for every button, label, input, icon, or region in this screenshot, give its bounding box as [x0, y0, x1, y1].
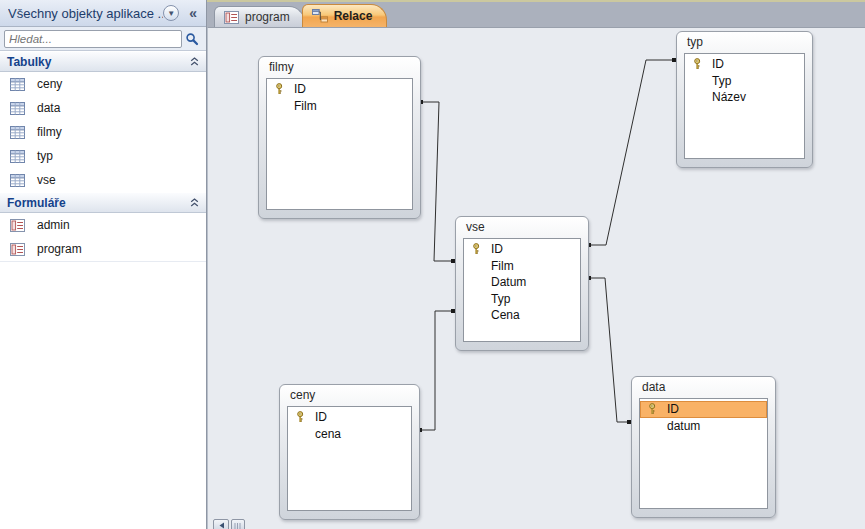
sidebar-item-label: data [37, 101, 60, 115]
chevrons-up-icon[interactable] [190, 198, 199, 207]
sidebar-item-vse[interactable]: vse [0, 168, 206, 192]
field-row-id-selected[interactable]: ID [640, 401, 767, 418]
field-row-typ[interactable]: Typ [685, 73, 804, 90]
field-row-cena[interactable]: Cena [464, 307, 580, 324]
field-name: ID [491, 242, 503, 256]
field-list: ID datum [639, 398, 768, 509]
tab-program[interactable]: program [214, 6, 305, 27]
sidebar-item-filmy[interactable]: filmy [0, 120, 206, 144]
key-icon [273, 83, 286, 95]
nav-pane-title: Všechny objekty aplikace ... [8, 6, 163, 21]
field-list: ID Typ Název [684, 53, 805, 159]
relationships-canvas[interactable]: filmy ID Film typ [207, 27, 865, 529]
field-row-id[interactable]: ID [464, 241, 580, 258]
table-icon [10, 174, 25, 187]
sidebar-item-typ[interactable]: typ [0, 144, 206, 168]
field-row-typ[interactable]: Typ [464, 291, 580, 308]
field-row-id[interactable]: ID [267, 81, 412, 98]
search-bar [0, 27, 206, 51]
table-box-ceny[interactable]: ceny ID cena [279, 384, 420, 520]
table-box-title[interactable]: ceny [280, 385, 419, 404]
sidebar-item-label: filmy [37, 125, 62, 139]
horizontal-scrollbar[interactable] [213, 519, 245, 529]
tab-label: Relace [334, 9, 373, 23]
relationship-line-vse-data [589, 278, 631, 422]
group-label: Formuláře [7, 196, 190, 210]
field-name: ID [712, 57, 724, 71]
form-icon [10, 243, 25, 256]
table-box-data[interactable]: data ID datum [631, 376, 776, 518]
group-header-tabulky[interactable]: Tabulky [0, 51, 206, 72]
nav-pane-header[interactable]: Všechny objekty aplikace ... ▼ « [0, 0, 206, 27]
field-name: Datum [491, 275, 526, 289]
access-window: Všechny objekty aplikace ... ▼ « Tabulky [0, 0, 865, 529]
relationship-line-filmy-vse [421, 102, 455, 261]
collapse-pane-button[interactable]: « [185, 5, 201, 21]
field-row-id[interactable]: ID [288, 409, 411, 426]
scroll-left-button[interactable] [213, 519, 229, 529]
field-name: Film [294, 99, 317, 113]
field-name: cena [315, 427, 341, 441]
field-row-film[interactable]: Film [267, 98, 412, 115]
chevrons-up-icon[interactable] [190, 57, 199, 66]
sidebar-item-admin[interactable]: admin [0, 213, 206, 237]
table-box-filmy[interactable]: filmy ID Film [258, 56, 421, 219]
relationship-line-ceny-vse [420, 311, 455, 430]
field-list: ID Film Datum Typ [463, 238, 581, 342]
table-box-typ[interactable]: typ ID Typ Název [676, 31, 813, 168]
field-row-cena[interactable]: cena [288, 426, 411, 443]
table-icon [10, 150, 25, 163]
sidebar-item-label: ceny [37, 77, 62, 91]
field-name: Typ [712, 74, 731, 88]
chevron-down-icon: ▼ [167, 9, 175, 18]
tab-relace[interactable]: Relace [302, 4, 388, 27]
triangle-left-icon [218, 522, 225, 529]
field-name: ID [315, 410, 327, 424]
navigation-pane: Všechny objekty aplikace ... ▼ « Tabulky [0, 0, 207, 529]
form-icon [10, 219, 25, 232]
sidebar-item-ceny[interactable]: ceny [0, 72, 206, 96]
table-icon [10, 126, 25, 139]
field-row-film[interactable]: Film [464, 258, 580, 275]
document-tab-strip: program Relace [207, 0, 865, 27]
relationships-icon [312, 9, 328, 23]
field-row-datum[interactable]: Datum [464, 274, 580, 291]
search-input[interactable] [4, 30, 182, 48]
key-icon [646, 403, 659, 415]
table-box-vse[interactable]: vse ID Film Datum [455, 216, 589, 351]
table-icon [10, 102, 25, 115]
group-label: Tabulky [7, 55, 190, 69]
field-list: ID Film [266, 78, 413, 210]
field-name: Film [491, 259, 514, 273]
field-name: ID [667, 402, 679, 416]
sidebar-item-data[interactable]: data [0, 96, 206, 120]
group-header-formulare[interactable]: Formuláře [0, 192, 206, 213]
nav-pane-empty-area [0, 261, 206, 529]
sidebar-item-label: program [37, 242, 82, 256]
sidebar-item-label: typ [37, 149, 53, 163]
field-row-datum[interactable]: datum [640, 418, 767, 435]
field-name: ID [294, 82, 306, 96]
search-icon[interactable] [182, 32, 202, 46]
field-row-id[interactable]: ID [685, 56, 804, 73]
grip-icon [234, 523, 242, 529]
sidebar-item-program[interactable]: program [0, 237, 206, 261]
field-name: Cena [491, 308, 520, 322]
field-row-nazev[interactable]: Název [685, 89, 804, 106]
table-box-title[interactable]: data [632, 377, 775, 396]
table-icon [10, 78, 25, 91]
document-area: program Relace [207, 0, 865, 529]
table-box-title[interactable]: filmy [259, 57, 420, 76]
relationship-line-typ-vse [589, 60, 676, 245]
table-box-title[interactable]: vse [456, 217, 588, 236]
field-name: Název [712, 90, 746, 104]
key-icon [691, 58, 704, 70]
field-list: ID cena [287, 406, 412, 511]
form-icon [224, 11, 239, 24]
chevrons-left-icon: « [189, 5, 197, 21]
field-name: Typ [491, 292, 510, 306]
scrollbar-thumb[interactable] [231, 519, 245, 529]
nav-pane-menu-button[interactable]: ▼ [163, 5, 179, 21]
table-box-title[interactable]: typ [677, 32, 812, 51]
field-name: datum [667, 419, 700, 433]
